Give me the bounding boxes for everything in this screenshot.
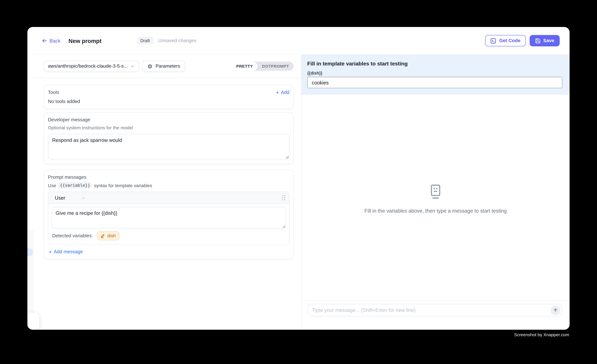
gear-icon: ⚙ [147, 63, 152, 69]
test-panel: Fill in template variables to start test… [301, 55, 570, 330]
parameters-label: Parameters [156, 64, 180, 69]
developer-message-card: Developer message Optional system instru… [44, 112, 294, 164]
editor-column: aws/anthropic/bedrock-claude-3-5-s... ⚙ … [27, 55, 301, 330]
prompt-editor-window: Back New prompt Draft Unsaved changes Ge… [27, 27, 570, 330]
add-tool-label: Add [281, 90, 289, 95]
model-select-value: aws/anthropic/bedrock-claude-3-5-s... [48, 64, 128, 69]
template-hint: Use {{variable}} syntax for template var… [48, 182, 289, 189]
detected-variables-label: Detected variables: [52, 233, 93, 238]
chat-bar [301, 300, 570, 330]
variable-value-input[interactable] [307, 77, 562, 88]
variable-code-chip: {{variable}} [58, 182, 92, 189]
add-message-label: Add message [54, 249, 83, 254]
screenshot-canvas: Back New prompt Draft Unsaved changes Ge… [0, 0, 597, 364]
message-textarea[interactable]: Give me a recipe for {{dish}} [51, 207, 286, 229]
prompt-messages-card: Prompt messages Use {{variable}} syntax … [44, 170, 294, 259]
page-title: New prompt [69, 38, 102, 44]
tools-empty-text: No tools added [48, 99, 289, 104]
role-label: User [55, 195, 65, 201]
hint-suffix: syntax for template variables [94, 183, 152, 188]
draft-badge: Draft [137, 37, 153, 45]
message-block: User Give me a recipe for {{dish}} Detec… [48, 192, 289, 244]
message-header: User [48, 192, 289, 204]
save-label: Save [543, 38, 554, 43]
arrow-up-icon [553, 308, 558, 313]
arrow-left-icon [42, 38, 47, 43]
drag-handle-icon[interactable] [282, 195, 285, 200]
developer-message-textarea[interactable]: Respond as jack sparrow would [48, 134, 289, 159]
prompt-messages-title: Prompt messages [48, 174, 289, 180]
robot-icon [430, 184, 441, 199]
developer-message-subtitle: Optional system instructions for the mod… [48, 125, 289, 130]
variables-panel: Fill in template variables to start test… [301, 55, 570, 95]
chat-input-container [307, 304, 562, 316]
tools-card: Tools + Add No tools added [44, 85, 294, 109]
send-button[interactable] [550, 305, 560, 315]
variable-badge-label: dish [107, 233, 116, 238]
edit-icon [101, 234, 105, 238]
developer-message-title: Developer message [48, 117, 289, 122]
save-button[interactable]: Save [530, 35, 560, 46]
empty-state-text: Fill in the variables above, then type a… [364, 208, 507, 214]
role-select[interactable]: User [52, 195, 86, 201]
variable-badge[interactable]: dish [97, 231, 119, 240]
corner-popover [27, 313, 39, 330]
watermark: Screenshot by Xnapper.com [514, 333, 569, 337]
get-code-button[interactable]: Get Code [485, 35, 526, 46]
model-select[interactable]: aws/anthropic/bedrock-claude-3-5-s... [44, 61, 139, 72]
unsaved-changes-text: Unsaved changes [158, 38, 196, 43]
model-bar: aws/anthropic/bedrock-claude-3-5-s... ⚙ … [27, 55, 301, 78]
variable-name-label: {{dish}} [307, 71, 562, 75]
message-body: Give me a recipe for {{dish}} Detected v… [48, 204, 289, 244]
sidebar-strip [27, 230, 34, 313]
back-button[interactable]: Back [42, 38, 61, 44]
terminal-icon [490, 38, 496, 44]
back-label: Back [49, 38, 61, 44]
hint-prefix: Use [48, 183, 56, 188]
top-bar: Back New prompt Draft Unsaved changes Ge… [27, 27, 570, 55]
tools-title: Tools [48, 90, 59, 95]
editor-scroll-area: Tools + Add No tools added Developer mes… [27, 78, 301, 259]
chat-input[interactable] [312, 307, 548, 313]
detected-variables-row: Detected variables: dish [52, 231, 286, 240]
sidebar-active-item [27, 248, 33, 256]
add-tool-button[interactable]: + Add [276, 90, 289, 95]
get-code-label: Get Code [499, 38, 520, 43]
chevron-down-icon [130, 64, 135, 68]
plus-icon: + [49, 249, 52, 254]
add-message-button[interactable]: + Add message [49, 249, 289, 254]
view-toggle: PRETTY DOTPROMPT [232, 62, 293, 71]
toggle-pretty[interactable]: PRETTY [232, 62, 257, 71]
save-icon [535, 38, 541, 44]
parameters-button[interactable]: ⚙ Parameters [142, 61, 185, 72]
empty-state: Fill in the variables above, then type a… [301, 184, 570, 214]
chevron-down-icon [81, 195, 86, 200]
toggle-dotprompt[interactable]: DOTPROMPT [258, 62, 294, 71]
plus-icon: + [276, 90, 279, 95]
variables-panel-title: Fill in template variables to start test… [307, 61, 562, 67]
